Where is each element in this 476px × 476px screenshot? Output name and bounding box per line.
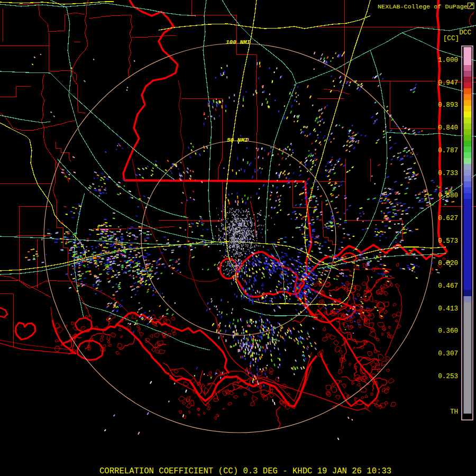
svg-text:100 NMI: 100 NMI <box>226 39 251 45</box>
svg-text:0.680: 0.680 <box>438 192 458 199</box>
svg-text:DCC: DCC <box>459 29 471 36</box>
svg-text:CORRELATION COEFFICIENT (CC) 0: CORRELATION COEFFICIENT (CC) 0.3 DEG - K… <box>99 466 391 476</box>
svg-text:0.627: 0.627 <box>438 215 458 222</box>
svg-text:1.000: 1.000 <box>438 57 458 64</box>
svg-text:NEXLAB-College of DuPage: NEXLAB-College of DuPage <box>378 3 468 11</box>
svg-text:0.840: 0.840 <box>438 124 458 132</box>
svg-text:0.787: 0.787 <box>438 147 458 154</box>
svg-text:0.360: 0.360 <box>438 327 458 335</box>
svg-text:0.520: 0.520 <box>438 260 458 267</box>
svg-text:0.467: 0.467 <box>438 282 458 290</box>
svg-text:0.733: 0.733 <box>438 170 458 177</box>
svg-text:50 NMI: 50 NMI <box>227 137 248 143</box>
svg-text:0.253: 0.253 <box>438 373 458 380</box>
svg-text:0.893: 0.893 <box>438 102 458 109</box>
svg-text:0.307: 0.307 <box>438 350 458 358</box>
svg-text:0.573: 0.573 <box>438 237 458 245</box>
svg-text:[CC]: [CC] <box>443 35 459 42</box>
svg-text:TH: TH <box>450 408 458 416</box>
svg-text:0.947: 0.947 <box>438 79 458 87</box>
svg-text:0.413: 0.413 <box>438 305 458 313</box>
